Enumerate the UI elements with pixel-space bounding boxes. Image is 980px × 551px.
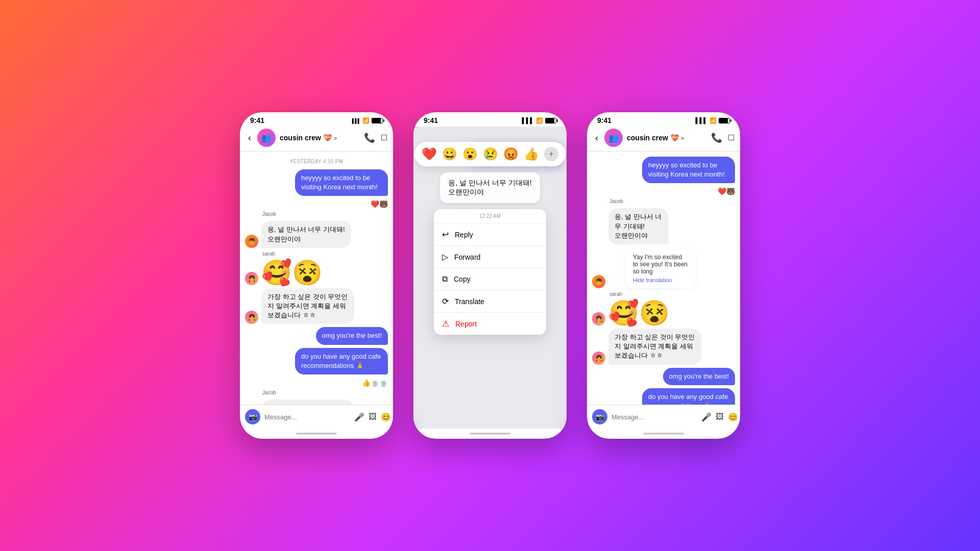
msg-row-jacob-cafe: 👦 카페 어니언과 마일스톤 커피를 좋아해!	[245, 399, 388, 405]
image-icon-right[interactable]: 🖼	[716, 412, 724, 422]
bubble-cafe-r: do you have any good cafe recommendation…	[642, 388, 735, 405]
wifi-icon-middle: 📶	[536, 117, 543, 124]
msg-row-sarah-text: 👧 가장 하고 싶은 것이 무엇인지 알려주시면 계획을 세워보겠습니다 ㅎㅎ	[245, 288, 388, 324]
context-time: 12:22 AM	[434, 209, 546, 223]
sender-jacob-2: Jacob	[262, 390, 388, 395]
sender-sarah-1: sarah	[262, 251, 388, 257]
video-icon-right[interactable]: □	[728, 132, 734, 143]
msg-row-omg-r: omg you're the best!	[592, 368, 735, 385]
camera-button-right[interactable]: 📷	[592, 409, 607, 424]
msg-row-excited: heyyyy so excited to be visiting Korea n…	[245, 169, 388, 196]
home-indicator-right	[587, 429, 740, 439]
msg-row-sarah-sticker: 👧 🥰😵	[245, 261, 388, 285]
left-phone: 9:41 📶 ‹ 👥 cousin crew 💝 > 📞 □ YESTERDAY…	[240, 112, 393, 439]
video-icon-left[interactable]: □	[381, 132, 387, 143]
emoji-smile[interactable]: 😀	[442, 147, 457, 161]
avatar-left: 👥	[257, 129, 276, 147]
msg-row-jacob1: 👦 응, 널 만나서 너무 기대돼!오랜만이야	[245, 221, 388, 247]
reaction-cafe: 👍🍵🍵	[362, 379, 388, 387]
emoji-icon-left[interactable]: 😊	[381, 412, 391, 422]
bubble-jacob1: 응, 널 만나서 너무 기대돼!오랜만이야	[261, 221, 351, 247]
emoji-angry[interactable]: 😡	[503, 147, 519, 161]
chat-title-right[interactable]: cousin crew 💝 >	[627, 134, 707, 142]
context-overlay: ❤️ 😀 😮 😢 😡 👍 + 응, 널 만나서 너무 기대돼!오랜만이야 12:…	[413, 127, 567, 429]
status-icons-middle: ▌▌▌ 📶	[522, 117, 556, 124]
home-indicator-left	[240, 429, 393, 439]
signal-icon-left	[352, 117, 360, 123]
status-bar-right: 9:41 ▌▌▌ 📶	[587, 112, 740, 127]
copy-icon: ⧉	[442, 274, 448, 284]
more-emoji-button[interactable]: +	[544, 147, 558, 161]
battery-icon-right	[719, 118, 730, 123]
bubble-omg: omg you're the best!	[316, 327, 388, 344]
status-time-middle: 9:41	[424, 116, 438, 124]
emoji-heart[interactable]: ❤️	[422, 147, 437, 161]
emoji-icon-right[interactable]: 😊	[728, 412, 738, 422]
mic-icon-left[interactable]: 🎤	[354, 412, 364, 422]
chat-title-left[interactable]: cousin crew 💝 >	[280, 134, 360, 142]
translate-icon: ⟳	[442, 296, 449, 306]
copy-label: Copy	[454, 275, 471, 283]
forward-label: Forward	[454, 253, 480, 261]
signal-icon-right: ▌▌▌	[696, 117, 707, 123]
phone-icon-left[interactable]: 📞	[364, 132, 375, 143]
msg-row-cafe-r: do you have any good cafe recommendation…	[592, 388, 735, 405]
context-report[interactable]: ⚠ Report	[434, 313, 546, 335]
report-icon: ⚠	[442, 319, 449, 329]
input-icons-right: 🎤 🖼 😊 ➕	[701, 412, 740, 422]
status-icons-right: ▌▌▌ 📶	[696, 117, 730, 124]
camera-button-left[interactable]: 📷	[245, 409, 260, 424]
sender-sarah-r1: sarah	[609, 291, 735, 297]
translate-label: Translate	[455, 297, 484, 306]
context-forward[interactable]: ▷ Forward	[434, 246, 546, 268]
back-button-left[interactable]: ‹	[246, 132, 253, 144]
bubble-excited: heyyyy so excited to be visiting Korea n…	[295, 169, 388, 196]
back-button-right[interactable]: ‹	[593, 132, 600, 144]
context-menu: 12:22 AM ↩ Reply ▷ Forward ⧉ Copy ⟳ Tran…	[434, 209, 546, 335]
chat-area-left: YESTERDAY 4:16 PM heyyyy so excited to b…	[240, 152, 393, 405]
chat-area-right: heyyyy so excited to be visiting Korea n…	[587, 152, 740, 405]
reaction-excited: ❤️🐻	[371, 200, 388, 208]
msg-input-bar-right: 📷 🎤 🖼 😊 ➕	[587, 405, 740, 429]
message-input-right[interactable]	[611, 413, 697, 421]
emoji-wow[interactable]: 😮	[462, 147, 478, 161]
nav-header-left: ‹ 👥 cousin crew 💝 > 📞 □	[240, 127, 393, 152]
emoji-thumbsup[interactable]: 👍	[524, 147, 539, 161]
phone-icon-right[interactable]: 📞	[711, 132, 722, 143]
nav-header-right: ‹ 👥 cousin crew 💝 > 📞 □	[587, 127, 740, 152]
msg-row-sarah-text-r: 👧 가장 하고 싶은 것이 무엇인지 알려주시면 계획을 세워보겠습니다 ㅎㅎ	[592, 329, 735, 365]
msg-row-sarah-sticker-r: 👧 🥰😵	[592, 301, 735, 325]
reaction-excited-r: ❤️🐻	[718, 187, 735, 195]
bubble-jacob-r1: 응, 널 만나서 너무 기대돼!오랜만이야	[608, 208, 669, 244]
context-translate[interactable]: ⟳ Translate	[434, 290, 546, 313]
msg-input-bar-left: 📷 🎤 🖼 😊 ➕	[240, 405, 393, 429]
image-icon-left[interactable]: 🖼	[369, 412, 377, 422]
avatar-sarah-r1: 👧	[592, 312, 605, 325]
bubble-excited-r: heyyyy so excited to be visiting Korea n…	[642, 157, 735, 183]
avatar-right: 👥	[604, 129, 623, 147]
msg-row-cafe: do you have any good cafe recommendation…	[245, 348, 388, 374]
context-reply[interactable]: ↩ Reply	[434, 223, 546, 246]
sender-jacob-r1: Jacob	[609, 198, 735, 204]
nav-actions-left: 📞 □	[364, 132, 387, 143]
timestamp-left: YESTERDAY 4:16 PM	[245, 159, 388, 164]
avatar-jacob-r1: 👦	[592, 275, 605, 288]
status-bar-left: 9:41 📶	[240, 112, 393, 127]
mic-icon-right[interactable]: 🎤	[701, 412, 712, 422]
emoji-reaction-bar[interactable]: ❤️ 😀 😮 😢 😡 👍 +	[414, 142, 566, 166]
sticker-sarah: 🥰😵	[261, 261, 323, 285]
battery-icon-left	[372, 118, 383, 123]
bubble-omg-r: omg you're the best!	[663, 368, 735, 385]
status-time-left: 9:41	[250, 116, 264, 124]
wifi-icon-right: 📶	[709, 117, 717, 124]
bubble-sarah-text-r: 가장 하고 싶은 것이 무엇인지 알려주시면 계획을 세워보겠습니다 ㅎㅎ	[608, 329, 701, 365]
bubble-sarah-text: 가장 하고 싶은 것이 무엇인지 알려주시면 계획을 세워보겠습니다 ㅎㅎ	[261, 288, 354, 324]
emoji-cry[interactable]: 😢	[483, 147, 498, 161]
context-copy[interactable]: ⧉ Copy	[434, 268, 546, 290]
bubble-cafe: do you have any good cafe recommendation…	[295, 348, 388, 374]
message-input-left[interactable]	[264, 413, 350, 421]
hide-translation-button[interactable]: Hide translation	[633, 277, 689, 283]
avatar-sarah-1: 👧	[245, 272, 258, 285]
avatar-jacob-1: 👦	[245, 235, 258, 248]
msg-row-excited-r: heyyyy so excited to be visiting Korea n…	[592, 157, 735, 183]
